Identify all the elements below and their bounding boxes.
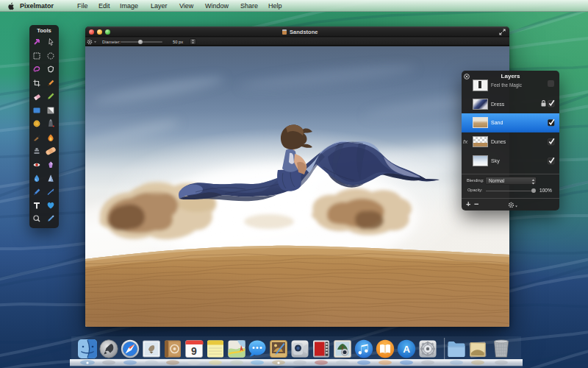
svg-text:9: 9 — [191, 345, 197, 357]
svg-text:A: A — [403, 344, 410, 355]
